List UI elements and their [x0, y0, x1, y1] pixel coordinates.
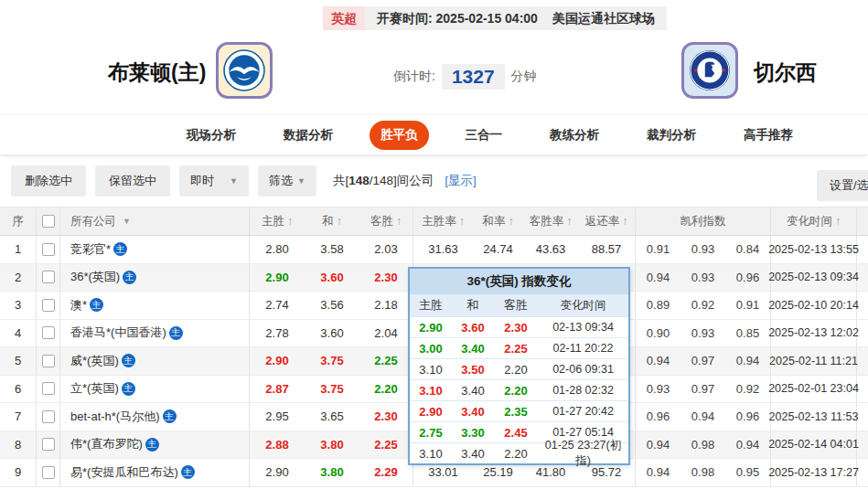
kelly-1: 0.94: [636, 431, 680, 459]
company-name: 澳*: [70, 297, 87, 314]
row-seq: 1: [0, 236, 37, 263]
nav-tab-3[interactable]: 胜平负: [370, 121, 429, 150]
header-company[interactable]: 所有公司 ▼: [60, 207, 250, 235]
keep-selected-button[interactable]: 保留选中: [95, 165, 170, 197]
header-lose-rate[interactable]: 客胜率↑: [523, 207, 578, 235]
nav-tab-7[interactable]: 高手推荐: [733, 121, 804, 150]
table-header-row: 序 所有公司 ▼ 主胜↑ 和↑ 客胜↑ 主胜率↑ 和率↑ 客胜率↑ 返还率↑ 凯…: [0, 207, 868, 236]
odds-draw: 3.56: [305, 292, 359, 319]
row-checkbox[interactable]: [42, 299, 55, 312]
row-checkbox-cell: [37, 376, 60, 403]
popup-odds-win: 2.75: [410, 426, 452, 440]
main-company-icon: 主: [123, 271, 136, 284]
odds-win: 2.90: [250, 459, 305, 486]
company-cell[interactable]: 澳*主: [60, 292, 250, 319]
header-lose[interactable]: 客胜↑: [359, 207, 413, 235]
odds-draw: 3.80: [305, 431, 359, 459]
kelly-2: 0.94: [680, 403, 725, 431]
main-company-icon: 主: [122, 382, 135, 396]
rate-draw: 24.74: [473, 236, 523, 263]
company-cell[interactable]: 香港马*(中国香港)主: [60, 320, 250, 347]
main-company-icon: 主: [122, 354, 135, 367]
popup-row: 3.003.402.2502-11 20:22: [410, 337, 628, 358]
sort-asc-icon: ↑: [337, 215, 342, 228]
header-draw[interactable]: 和↑: [305, 207, 359, 235]
home-team-name: 布莱顿(主): [108, 58, 206, 87]
popup-odds-draw: 3.50: [452, 363, 494, 377]
change-time: 2025-02-01 23:04: [771, 376, 857, 403]
caret-down-icon: ▼: [230, 176, 238, 186]
change-time: 2025-02-13 11:53: [771, 403, 857, 431]
popup-odds-draw: 3.40: [452, 405, 494, 419]
sort-asc-icon: ↑: [622, 215, 627, 228]
change-time: 2025-02-13 12:02: [771, 320, 857, 347]
row-extra: [857, 320, 868, 347]
change-time: 2025-02-13 09:34: [771, 264, 857, 292]
company-name: 伟*(直布罗陀): [70, 436, 143, 452]
company-name: 36*(英国): [70, 269, 120, 285]
nav-tab-2[interactable]: 数据分析: [273, 121, 344, 150]
kelly-3: 0.94: [725, 347, 771, 375]
filter-button[interactable]: 筛选 ▼: [258, 165, 316, 197]
company-cell[interactable]: bet-at-h*(马尔他)主: [60, 403, 250, 431]
toolbar: 删除选中 保留选中 即时 ▼ 筛选 ▼ 共[148/148]间公司 [显示]: [0, 155, 868, 207]
row-seq: 9: [0, 459, 37, 486]
company-cell[interactable]: 竞彩官*主: [60, 236, 250, 263]
rate-lose: 43.63: [523, 236, 578, 263]
row-extra: [857, 264, 868, 292]
header-draw-rate[interactable]: 和率↑: [473, 207, 523, 235]
row-checkbox[interactable]: [42, 355, 55, 367]
odds-time-select[interactable]: 即时 ▼: [179, 165, 249, 197]
delete-selected-button[interactable]: 删除选中: [11, 165, 86, 197]
popup-odds-lose: 2.35: [494, 405, 538, 419]
row-checkbox[interactable]: [42, 326, 55, 339]
row-seq: 4: [0, 320, 37, 347]
settings-select-button[interactable]: 设置/选择: [817, 170, 868, 201]
row-checkbox[interactable]: [42, 382, 55, 395]
league-badge[interactable]: 英超: [323, 6, 365, 30]
header-change-time[interactable]: 变化时间↑: [771, 207, 857, 235]
main-company-icon: 主: [113, 242, 127, 256]
company-cell[interactable]: 威*(英国)主: [60, 347, 250, 375]
odds-draw: 3.75: [305, 376, 359, 403]
row-checkbox[interactable]: [42, 466, 55, 479]
odds-lose: 2.25: [359, 431, 413, 459]
select-all-checkbox[interactable]: [42, 215, 55, 228]
popup-title: 36*(英国) 指数变化: [410, 269, 628, 294]
nav-tab-1[interactable]: 现场分析: [176, 121, 247, 150]
kelly-3: 0.96: [725, 403, 771, 431]
change-time: 2025-02-13 17:27: [771, 459, 857, 486]
nav-tab-5[interactable]: 教练分析: [539, 121, 610, 150]
row-checkbox[interactable]: [42, 438, 55, 451]
header-win-rate[interactable]: 主胜率↑: [413, 207, 473, 235]
kelly-3: 0.91: [725, 292, 771, 319]
popup-odds-lose: 2.45: [494, 426, 538, 440]
kelly-2: 0.93: [680, 320, 725, 347]
popup-odds-draw: 3.40: [452, 447, 494, 461]
popup-row: 3.103.402.2001-25 23:27(初指): [410, 442, 628, 463]
row-checkbox-cell: [37, 292, 60, 319]
company-cell[interactable]: 易*(安提瓜和巴布达)主: [60, 459, 250, 486]
kelly-1: 0.96: [636, 403, 680, 431]
company-name: 威*(英国): [70, 353, 119, 369]
header-seq: 序: [0, 207, 37, 235]
popup-row: 3.103.402.2001-28 02:32: [410, 379, 628, 400]
header-win[interactable]: 主胜↑: [250, 207, 305, 235]
company-cell[interactable]: 36*(英国)主: [60, 264, 250, 292]
nav-tab-6[interactable]: 裁判分析: [636, 121, 707, 150]
popup-change-time: 01-27 20:42: [538, 405, 628, 418]
show-link[interactable]: [显示]: [445, 173, 477, 189]
row-checkbox-cell: [37, 459, 60, 486]
row-checkbox[interactable]: [42, 243, 55, 256]
odds-draw: 3.60: [305, 264, 359, 292]
company-cell[interactable]: 伟*(直布罗陀)主: [60, 431, 250, 459]
nav-tab-4[interactable]: 三合一: [455, 121, 514, 150]
kelly-3: 0.96: [725, 264, 771, 292]
row-checkbox[interactable]: [42, 410, 55, 423]
row-extra: [857, 376, 868, 403]
kelly-2: 0.93: [680, 264, 725, 292]
row-checkbox[interactable]: [42, 271, 55, 283]
company-cell[interactable]: 立*(英国)主: [60, 376, 250, 403]
kelly-3: 0.85: [725, 320, 771, 347]
header-return-rate[interactable]: 返还率↑: [578, 207, 636, 235]
